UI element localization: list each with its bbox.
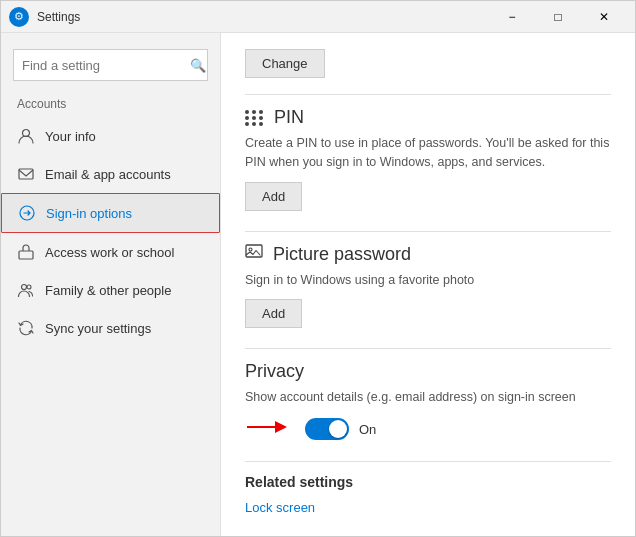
sidebar-item-family-other-people[interactable]: Family & other people — [1, 271, 220, 309]
search-box[interactable]: 🔍 — [13, 49, 208, 81]
privacy-toggle-row: On — [245, 417, 611, 441]
divider-4 — [245, 461, 611, 462]
minimize-button[interactable]: − — [489, 1, 535, 33]
picture-password-heading: Picture password — [273, 244, 411, 265]
pin-add-button[interactable]: Add — [245, 182, 302, 211]
related-settings-section: Related settings Lock screen — [245, 474, 611, 516]
privacy-heading: Privacy — [245, 361, 304, 382]
sign-in-icon — [18, 204, 36, 222]
sign-in-options-label: Sign-in options — [46, 206, 132, 221]
privacy-description: Show account details (e.g. email address… — [245, 388, 611, 407]
svg-rect-3 — [19, 251, 33, 259]
lock-screen-link[interactable]: Lock screen — [245, 500, 315, 515]
privacy-section: Privacy Show account details (e.g. email… — [245, 361, 611, 441]
picture-password-title: Picture password — [245, 244, 611, 265]
change-button[interactable]: Change — [245, 49, 325, 78]
pin-description: Create a PIN to use in place of password… — [245, 134, 611, 172]
pin-title: PIN — [245, 107, 611, 128]
settings-window: ⚙ Settings − □ ✕ 🔍 Accounts You — [0, 0, 636, 537]
svg-point-7 — [249, 248, 252, 251]
pin-heading: PIN — [274, 107, 304, 128]
family-icon — [17, 281, 35, 299]
email-app-accounts-label: Email & app accounts — [45, 167, 171, 182]
content-area: 🔍 Accounts Your info — [1, 33, 635, 536]
change-btn-row: Change — [245, 49, 611, 78]
sidebar-item-sync-settings[interactable]: Sync your settings — [1, 309, 220, 347]
sidebar-item-email-app-accounts[interactable]: Email & app accounts — [1, 155, 220, 193]
pin-icon — [245, 110, 264, 126]
titlebar: ⚙ Settings − □ ✕ — [1, 1, 635, 33]
svg-point-4 — [22, 285, 27, 290]
search-input[interactable] — [22, 58, 190, 73]
toggle-label: On — [359, 422, 376, 437]
search-icon: 🔍 — [190, 58, 206, 73]
pin-section: PIN Create a PIN to use in place of pass… — [245, 107, 611, 211]
your-info-icon — [17, 127, 35, 145]
divider-1 — [245, 94, 611, 95]
family-other-people-label: Family & other people — [45, 283, 171, 298]
sync-icon — [17, 319, 35, 337]
privacy-toggle[interactable] — [305, 418, 349, 440]
maximize-button[interactable]: □ — [535, 1, 581, 33]
related-settings-title: Related settings — [245, 474, 611, 490]
your-info-label: Your info — [45, 129, 96, 144]
svg-point-5 — [27, 285, 31, 289]
sync-settings-label: Sync your settings — [45, 321, 151, 336]
app-icon: ⚙ — [9, 7, 29, 27]
sidebar-item-your-info[interactable]: Your info — [1, 117, 220, 155]
sidebar-item-access-work-school[interactable]: Access work or school — [1, 233, 220, 271]
work-school-icon — [17, 243, 35, 261]
email-icon — [17, 165, 35, 183]
svg-rect-1 — [19, 169, 33, 179]
toggle-knob — [329, 420, 347, 438]
access-work-school-label: Access work or school — [45, 245, 174, 260]
picture-password-icon — [245, 244, 263, 265]
window-controls: − □ ✕ — [489, 1, 627, 33]
privacy-title: Privacy — [245, 361, 611, 382]
accounts-section-title: Accounts — [1, 93, 220, 117]
picture-password-add-button[interactable]: Add — [245, 299, 302, 328]
picture-password-description: Sign in to Windows using a favorite phot… — [245, 271, 611, 290]
divider-2 — [245, 231, 611, 232]
arrow-indicator — [245, 417, 293, 441]
close-button[interactable]: ✕ — [581, 1, 627, 33]
picture-password-section: Picture password Sign in to Windows usin… — [245, 244, 611, 329]
window-title: Settings — [37, 10, 489, 24]
sidebar-item-sign-in-options[interactable]: Sign-in options — [1, 193, 220, 233]
main-content: Change PIN — [221, 33, 635, 536]
sidebar: 🔍 Accounts Your info — [1, 33, 221, 536]
divider-3 — [245, 348, 611, 349]
